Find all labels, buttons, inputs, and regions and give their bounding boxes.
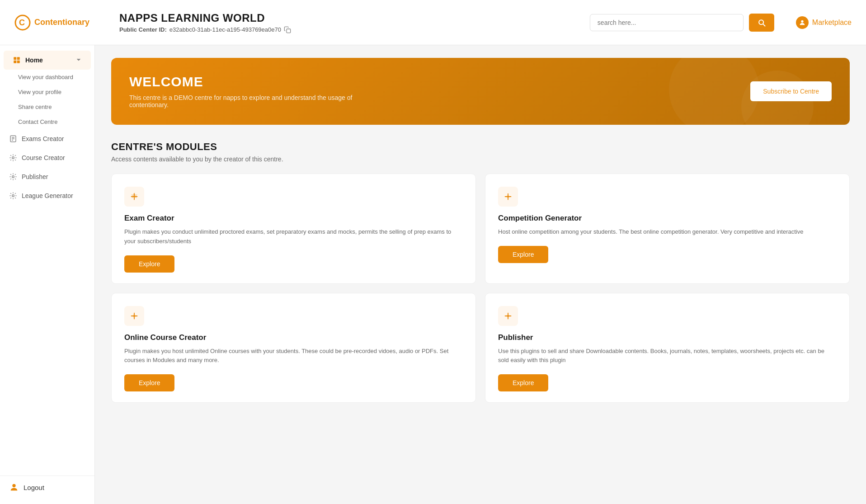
svg-text:C: C [19,18,25,27]
sidebar-home[interactable]: Home [4,51,91,70]
sidebar-league-label: League Generator [22,192,73,199]
svg-point-3 [801,20,803,22]
diamond-plus-icon [129,192,139,202]
sidebar-course-creator[interactable]: Course Creator [0,148,94,167]
module-card-exam-creator: Exam Creator Plugin makes you conduct un… [111,174,476,284]
module-card-competition: Competition Generator Host online compet… [485,174,850,284]
modules-grid: Exam Creator Plugin makes you conduct un… [111,174,850,403]
marketplace-link[interactable]: Marketplace [796,16,852,29]
logout-label: Logout [24,484,44,491]
publisher-explore-btn[interactable]: Explore [498,374,548,391]
exam-creator-title: Exam Creator [124,214,463,223]
welcome-text: WELCOME This centre is a DEMO centre for… [129,74,382,108]
course-creator-title: Online Course Creator [124,333,463,342]
logout-icon [9,482,19,492]
modules-description: Access contents available to you by the … [111,155,850,163]
exams-icon [9,135,17,143]
svg-rect-18 [507,315,509,317]
modules-section: CENTRE'S MODULES Access contents availab… [111,141,850,403]
competition-icon [503,192,513,202]
marketplace-avatar-icon [796,16,809,29]
sidebar-exams-label: Exams Creator [22,135,64,142]
sidebar-publisher-label: Publisher [22,173,48,180]
welcome-description: This centre is a DEMO centre for napps t… [129,94,382,108]
svg-rect-4 [14,57,16,60]
module-card-course: Online Course Creator Plugin makes you h… [111,293,476,403]
sidebar-logout[interactable]: Logout [0,476,94,499]
sidebar-contact-centre[interactable]: Contact Centre [9,114,94,129]
main-content: WELCOME This centre is a DEMO centre for… [95,45,866,504]
publisher-title: Publisher [498,333,837,342]
welcome-title: WELCOME [129,74,382,89]
sidebar-share-centre[interactable]: Share centre [9,99,94,114]
exam-creator-icon-box [124,187,144,207]
subscribe-button[interactable]: Subscribe to Centre [750,81,832,101]
sidebar-home-label: Home [25,57,43,64]
course-creator-icon [129,311,139,321]
competition-explore-btn[interactable]: Explore [498,246,548,263]
sidebar-view-profile[interactable]: View your profile [9,85,94,99]
welcome-banner: WELCOME This centre is a DEMO centre for… [111,58,850,125]
svg-rect-2 [287,29,291,33]
exam-creator-desc: Plugin makes you conduct unlimited proct… [124,227,463,246]
svg-point-14 [12,195,14,197]
sidebar-course-label: Course Creator [22,154,65,161]
competition-desc: Host online competition among your stude… [498,227,837,237]
svg-point-15 [12,484,15,487]
competition-icon-box [498,187,518,207]
center-id-label: Public Center ID: [119,26,167,33]
search-icon [757,18,766,27]
publisher-icon-box [498,306,518,326]
sidebar-league-generator[interactable]: League Generator [0,186,94,205]
league-icon [9,192,17,200]
course-icon [9,154,17,162]
sidebar-view-dashboard[interactable]: View your dashboard [9,70,94,85]
course-creator-explore-btn[interactable]: Explore [124,374,174,391]
sidebar: Home View your dashboard View your profi… [0,45,95,504]
header: C Contentionary NAPPS LEARNING WORLD Pub… [0,0,866,45]
home-icon [13,56,21,64]
center-id: Public Center ID: e32abbc0-31ab-11ec-a19… [119,26,575,33]
marketplace-label: Marketplace [812,19,852,27]
logo: C Contentionary [14,14,105,31]
layout: Home View your dashboard View your profi… [0,45,866,504]
svg-rect-16 [507,195,509,198]
center-id-value: e32abbc0-31ab-11ec-a195-493769ea0e70 [169,26,281,33]
competition-title: Competition Generator [498,214,837,223]
svg-rect-5 [17,57,20,60]
svg-rect-6 [14,61,16,63]
svg-point-13 [12,176,14,178]
publisher-icon [9,173,17,181]
modules-title: CENTRE'S MODULES [111,141,850,153]
course-creator-desc: Plugin makes you host unlimited Online c… [124,347,463,366]
logo-text: Contentionary [34,18,89,27]
search-button[interactable] [749,14,774,32]
module-card-publisher: Publisher Use this plugins to sell and s… [485,293,850,403]
svg-rect-17 [133,315,136,317]
course-creator-icon-box [124,306,144,326]
user-icon [799,19,806,26]
copy-icon[interactable] [284,26,291,33]
search-area [590,14,774,32]
sidebar-publisher[interactable]: Publisher [0,167,94,186]
center-info: NAPPS LEARNING WORLD Public Center ID: e… [119,12,575,33]
search-input[interactable] [590,14,744,31]
sidebar-exams-creator[interactable]: Exams Creator [0,129,94,148]
publisher-card-icon [503,311,513,321]
exam-creator-explore-btn[interactable]: Explore [124,255,174,273]
center-name: NAPPS LEARNING WORLD [119,12,575,24]
logo-icon: C [14,14,31,31]
svg-rect-7 [17,61,20,63]
svg-point-12 [12,157,14,159]
sidebar-sub-menu: View your dashboard View your profile Sh… [0,70,94,129]
publisher-desc: Use this plugins to sell and share Downl… [498,347,837,366]
home-chevron-icon [75,57,82,64]
